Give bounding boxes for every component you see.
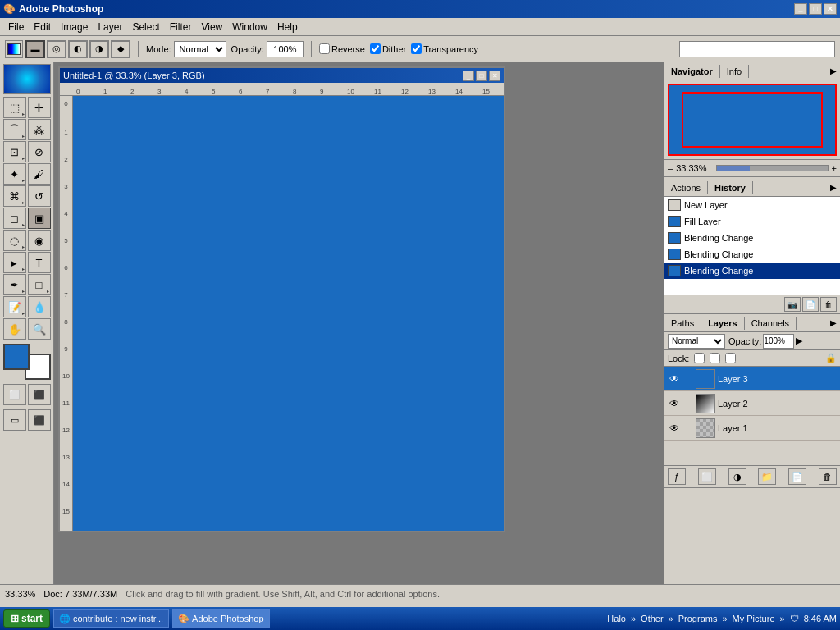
transparency-checkbox[interactable] xyxy=(411,43,422,54)
mode-select[interactable]: Normal Multiply Screen xyxy=(174,41,226,57)
dither-checkbox-label[interactable]: Dither xyxy=(370,43,406,54)
tab-history[interactable]: History xyxy=(708,181,753,194)
maximize-button[interactable]: □ xyxy=(809,3,822,15)
doc-controls[interactable]: _ □ ✕ xyxy=(463,71,500,81)
magic-wand-tool[interactable]: ⁂ xyxy=(28,119,51,140)
navigator-options-btn[interactable]: ▶ xyxy=(827,65,840,78)
reverse-checkbox[interactable] xyxy=(319,43,330,54)
new-fill-adjustment-btn[interactable]: ◑ xyxy=(728,468,746,485)
history-item-blending-3[interactable]: Blending Change xyxy=(664,262,840,279)
opacity-input[interactable] xyxy=(267,41,304,57)
crop-tool[interactable]: ⊡▸ xyxy=(3,141,26,162)
menu-window[interactable]: Window xyxy=(227,20,272,34)
tab-actions[interactable]: Actions xyxy=(664,181,708,194)
new-layer-btn[interactable]: 📄 xyxy=(788,468,806,485)
move-tool[interactable]: ✛ xyxy=(28,97,51,118)
hand-tool[interactable]: ✋ xyxy=(3,318,26,340)
eraser-tool[interactable]: ◻▸ xyxy=(3,208,26,229)
quick-mask-btn[interactable]: ⬛ xyxy=(28,384,51,405)
zoom-out-btn[interactable]: – xyxy=(668,163,673,173)
layer-2-visibility[interactable]: 👁 xyxy=(668,397,681,410)
delete-state-btn[interactable]: 🗑 xyxy=(820,297,837,312)
delete-layer-btn[interactable]: 🗑 xyxy=(819,468,837,485)
menu-filter[interactable]: Filter xyxy=(165,20,197,34)
dither-checkbox[interactable] xyxy=(370,43,381,54)
linear-gradient-btn[interactable]: ▬ xyxy=(25,40,45,58)
angle-gradient-btn[interactable]: ◐ xyxy=(68,40,88,58)
layer-3-visibility[interactable]: 👁 xyxy=(668,372,681,386)
radial-gradient-btn[interactable]: ◎ xyxy=(47,40,66,58)
lock-transparent-checkbox[interactable] xyxy=(694,353,705,363)
layer-item-1[interactable]: 👁 Layer 1 xyxy=(664,416,840,441)
layer-item-2[interactable]: 👁 Layer 2 xyxy=(664,391,840,416)
history-item-new-layer[interactable]: New Layer xyxy=(664,197,840,213)
healing-brush-tool[interactable]: ✦▸ xyxy=(3,163,26,185)
taskbar-photoshop[interactable]: 🎨 Adobe Photoshop xyxy=(172,609,269,628)
blur-tool[interactable]: ◌▸ xyxy=(3,230,26,251)
layers-mode-select[interactable]: Normal xyxy=(668,334,725,349)
tab-navigator[interactable]: Navigator xyxy=(664,65,720,78)
history-item-blending-1[interactable]: Blending Change xyxy=(664,230,840,246)
close-button[interactable]: ✕ xyxy=(824,3,837,15)
lock-position-checkbox[interactable] xyxy=(725,353,736,363)
brush-tool[interactable]: 🖌 xyxy=(28,163,51,185)
doc-close-btn[interactable]: ✕ xyxy=(489,71,500,81)
zoom-in-btn[interactable]: + xyxy=(832,163,837,173)
menu-select[interactable]: Select xyxy=(127,20,164,34)
taskbar-ie[interactable]: 🌐 contribute : new instr... xyxy=(53,609,169,628)
history-options-btn[interactable]: ▶ xyxy=(827,181,840,194)
search-input[interactable] xyxy=(679,41,835,57)
pen-tool[interactable]: ✒▸ xyxy=(3,274,26,295)
menu-image[interactable]: Image xyxy=(56,20,93,34)
gradient-tool[interactable]: ▣ xyxy=(28,208,51,229)
layer-1-visibility[interactable]: 👁 xyxy=(668,422,681,435)
titlebar-controls[interactable]: _ □ ✕ xyxy=(794,3,837,15)
marquee-tool[interactable]: ⬚▸ xyxy=(3,97,26,118)
diamond-gradient-btn[interactable]: ◆ xyxy=(111,40,130,58)
lasso-tool[interactable]: ⌒▸ xyxy=(3,119,26,140)
start-button[interactable]: ⊞ start xyxy=(3,609,50,628)
notes-tool[interactable]: 📝▸ xyxy=(3,296,26,317)
layers-opacity-input[interactable] xyxy=(763,334,794,349)
tab-layers[interactable]: Layers xyxy=(701,317,744,330)
shape-tool[interactable]: □▸ xyxy=(28,274,51,295)
eyedropper-tool[interactable]: 💧 xyxy=(28,296,51,317)
lock-image-checkbox[interactable] xyxy=(710,353,720,363)
gradient-preset-picker[interactable] xyxy=(5,40,23,58)
transparency-checkbox-label[interactable]: Transparency xyxy=(411,43,478,54)
menu-layer[interactable]: Layer xyxy=(93,20,127,34)
history-item-blending-2[interactable]: Blending Change xyxy=(664,246,840,262)
history-brush-tool[interactable]: ↺ xyxy=(28,185,51,207)
reflected-gradient-btn[interactable]: ◑ xyxy=(89,40,109,58)
tab-paths[interactable]: Paths xyxy=(664,317,701,330)
type-tool[interactable]: T xyxy=(28,252,51,273)
new-snapshot-btn[interactable]: 📷 xyxy=(784,297,801,312)
history-item-fill-layer[interactable]: Fill Layer xyxy=(664,213,840,230)
zoom-tool[interactable]: 🔍 xyxy=(28,318,51,340)
layer-style-btn[interactable]: ƒ xyxy=(668,468,686,485)
tab-channels[interactable]: Channels xyxy=(745,317,797,330)
canvas[interactable] xyxy=(73,96,504,531)
doc-minimize-btn[interactable]: _ xyxy=(463,71,474,81)
menu-view[interactable]: View xyxy=(196,20,227,34)
layers-opacity-arrow[interactable]: ▶ xyxy=(796,336,802,346)
path-selection-tool[interactable]: ▸▸ xyxy=(3,252,26,273)
dodge-tool[interactable]: ◉ xyxy=(28,230,51,251)
doc-maximize-btn[interactable]: □ xyxy=(476,71,487,81)
standard-mode-btn[interactable]: ⬜ xyxy=(3,384,26,405)
layer-item-3[interactable]: 👁 Layer 3 xyxy=(664,367,840,391)
tab-info[interactable]: Info xyxy=(720,65,749,78)
zoom-slider[interactable] xyxy=(716,165,828,171)
fullscreen-btn[interactable]: ⬛ xyxy=(28,409,51,431)
standard-screen-btn[interactable]: ▭ xyxy=(3,409,26,431)
new-group-btn[interactable]: 📁 xyxy=(758,468,776,485)
reverse-checkbox-label[interactable]: Reverse xyxy=(319,43,365,54)
menu-edit[interactable]: Edit xyxy=(29,20,56,34)
slice-tool[interactable]: ⊘ xyxy=(28,141,51,162)
foreground-color[interactable] xyxy=(3,344,30,370)
new-document-btn[interactable]: 📄 xyxy=(802,297,819,312)
add-mask-btn[interactable]: ⬜ xyxy=(698,468,716,485)
menu-file[interactable]: File xyxy=(3,20,29,34)
layers-options-btn[interactable]: ▶ xyxy=(827,317,840,330)
menu-help[interactable]: Help xyxy=(272,20,303,34)
